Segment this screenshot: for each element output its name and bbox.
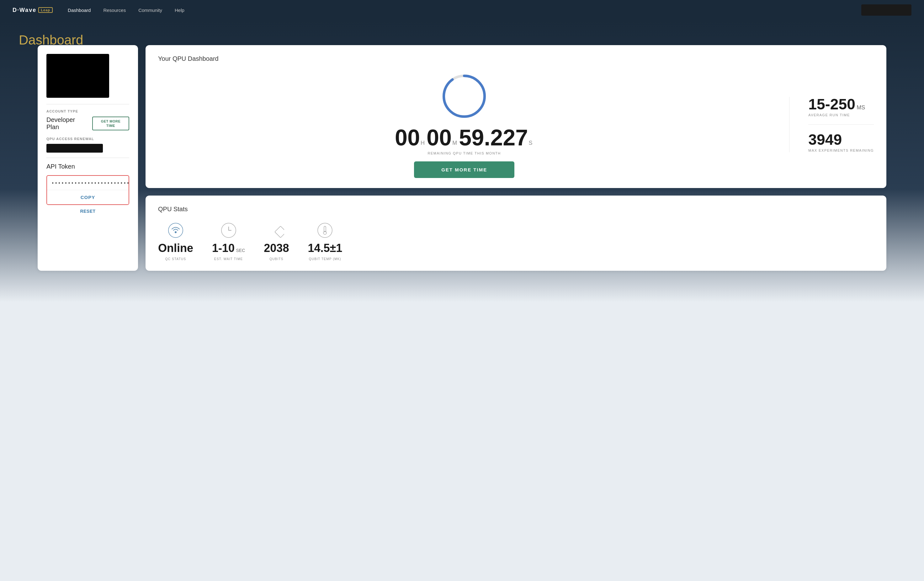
time-hours-unit: H <box>421 140 425 146</box>
api-token-input-row: •••••••••••••••••••••••••••••• 👁 <box>47 176 129 190</box>
nav-links: Dashboard Resources Community Help <box>68 8 846 13</box>
stats-temp-label: QUBIT TEMP (mK) <box>309 257 341 261</box>
stat-avg-run-time-label: AVERAGE RUN TIME <box>808 113 874 117</box>
wifi-icon <box>167 222 185 239</box>
stats-qubits-label: QUBITS <box>269 257 283 261</box>
get-more-time-large-button[interactable]: GET MORE TIME <box>414 161 515 178</box>
svg-point-1 <box>444 76 485 117</box>
stats-qc-status-value: Online <box>158 242 193 255</box>
left-card: ACCOUNT TYPE Developer Plan GET MORE TIM… <box>38 45 138 271</box>
remaining-label: REMAINING QPU TIME THIS MONTH <box>428 151 501 155</box>
clock-icon <box>220 222 238 239</box>
divider-1 <box>46 104 129 104</box>
time-hours: 00 <box>395 126 420 149</box>
stats-item-temp: 14.5±1 QUBIT TEMP (mK) <box>308 222 342 261</box>
qpu-dashboard-title: Your QPU Dashboard <box>158 55 874 63</box>
thermometer-icon <box>316 222 334 239</box>
svg-point-3 <box>175 231 177 233</box>
header-area: Dashboard ACCOUNT TYPE Developer Plan GE… <box>0 20 924 302</box>
logo-badge: Leap <box>38 7 53 13</box>
stats-grid: Online QC STATUS 1-1 <box>158 222 874 261</box>
stats-wait-time-label: EST. WAIT TIME <box>214 257 243 261</box>
divider-2 <box>46 158 129 158</box>
main-content: ACCOUNT TYPE Developer Plan GET MORE TIM… <box>19 45 905 283</box>
nav-link-community[interactable]: Community <box>138 8 162 13</box>
stat-max-experiments: 3949 MAX EXPERIMENTS REMAINING <box>808 132 874 152</box>
time-seconds-unit: S <box>528 140 532 146</box>
stats-item-qubits: 2038 QUBITS <box>264 222 289 261</box>
qpu-stats-card: QPU Stats Online QC <box>145 196 886 271</box>
account-plan-name: Developer Plan <box>46 116 87 131</box>
stats-item-wait-time: 1-10 SEC EST. WAIT TIME <box>212 222 245 261</box>
right-area: Your QPU Dashboard 00 H 00 M <box>145 45 886 271</box>
stats-qc-status-label: QC STATUS <box>165 257 186 261</box>
stats-wait-time-display: 1-10 SEC <box>212 242 245 255</box>
stat-max-experiments-label: MAX EXPERIMENTS REMAINING <box>808 148 874 152</box>
time-seconds: 59.227 <box>459 126 528 149</box>
qpu-timer-section: 00 H 00 M 59.227 S REMAINING QPU TIME TH… <box>158 71 770 178</box>
stat-avg-run-time-value: 15-250 MS <box>808 97 874 112</box>
time-display: 00 H 00 M 59.227 S <box>395 126 533 149</box>
api-token-title: API Token <box>46 163 129 170</box>
nav-link-help[interactable]: Help <box>175 8 185 13</box>
qpu-renewal-label: QPU ACCESS RENEWAL <box>46 137 129 141</box>
svg-rect-7 <box>275 226 284 238</box>
qpu-stats-section: 15-250 MS AVERAGE RUN TIME 3949 MAX EXPE… <box>789 97 874 152</box>
logo-text: D·Wave <box>13 7 36 13</box>
nav-link-resources[interactable]: Resources <box>103 8 126 13</box>
user-button[interactable] <box>861 4 911 16</box>
navbar: D·Wave Leap Dashboard Resources Communit… <box>0 0 924 20</box>
qpu-dashboard-card: Your QPU Dashboard 00 H 00 M <box>145 45 886 188</box>
stat-avg-run-time: 15-250 MS AVERAGE RUN TIME <box>808 97 874 117</box>
reset-link[interactable]: RESET <box>46 209 129 214</box>
api-token-box: •••••••••••••••••••••••••••••• 👁 COPY <box>46 175 129 205</box>
qpu-dashboard-inner: 00 H 00 M 59.227 S REMAINING QPU TIME TH… <box>158 71 874 178</box>
account-type-label: ACCOUNT TYPE <box>46 109 129 113</box>
account-type-row: Developer Plan GET MORE TIME <box>46 116 129 131</box>
get-more-time-small-button[interactable]: GET MORE TIME <box>92 117 129 131</box>
stats-qubits-value: 2038 <box>264 242 289 255</box>
nav-link-dashboard[interactable]: Dashboard <box>68 8 91 13</box>
svg-point-2 <box>168 223 183 237</box>
api-token-value: •••••••••••••••••••••••••••••• <box>51 181 129 186</box>
stat-max-experiments-value: 3949 <box>808 132 874 147</box>
profile-image <box>46 54 109 98</box>
time-minutes-unit: M <box>452 140 457 146</box>
copy-button[interactable]: COPY <box>47 190 129 204</box>
stats-item-qc-status: Online QC STATUS <box>158 222 193 261</box>
qpu-stats-title: QPU Stats <box>158 206 874 213</box>
time-minutes: 00 <box>427 126 452 149</box>
stat-divider <box>808 124 874 125</box>
diamond-icon <box>267 222 285 239</box>
logo: D·Wave Leap <box>13 7 53 13</box>
qpu-renewal-bar <box>46 144 103 153</box>
circular-progress-icon <box>439 71 489 121</box>
stats-temp-value: 14.5±1 <box>308 242 342 255</box>
svg-point-8 <box>318 223 332 237</box>
